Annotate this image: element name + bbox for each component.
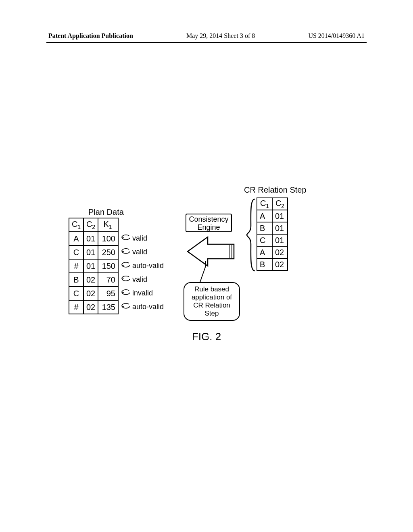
speech-bubble-icon [121, 289, 131, 298]
consistency-engine-box: Consistency Engine [186, 214, 232, 232]
speech-bubble-icon [121, 276, 131, 284]
header-center: May 29, 2014 Sheet 3 of 8 [186, 32, 255, 39]
plan-data-table: C1 C2 K1 A 01 100 valid C 01 250 valid #… [69, 218, 167, 314]
speech-bubble-icon [121, 262, 131, 270]
header-left: Patent Application Publication [48, 32, 133, 39]
cr-relation-table: C1 C2 A01 B01 C01 A02 B02 [257, 197, 288, 271]
col-c2-header: C2 [272, 198, 288, 210]
table-row: A 01 100 valid [69, 232, 167, 245]
left-arrow-icon [186, 235, 249, 268]
figure-caption: FIG. 2 [0, 330, 413, 343]
header-rule [46, 42, 367, 43]
status-cell: valid [118, 232, 167, 245]
status-cell: auto-valid [118, 300, 167, 314]
empty-cell [118, 218, 167, 232]
col-k1-header: K1 [98, 218, 118, 232]
table-row: A02 [257, 246, 288, 258]
table-row: C 01 250 valid [69, 245, 167, 259]
table-row: B 02 70 valid [69, 273, 167, 287]
col-c2-header: C2 [83, 218, 98, 232]
status-cell: valid [118, 245, 167, 259]
header-right: US 2014/0149360 A1 [308, 32, 365, 39]
speech-bubble-icon [121, 235, 131, 243]
col-c1-header: C1 [257, 198, 272, 210]
status-cell: valid [118, 273, 167, 287]
plan-data-title: Plan Data [88, 208, 124, 217]
col-c1-header: C1 [69, 218, 83, 232]
rule-callout-box: Rule based application of CR Relation St… [184, 282, 240, 321]
left-brace-icon [245, 197, 257, 272]
callout-leader-icon [198, 261, 211, 283]
table-row: # 01 150 auto-valid [69, 259, 167, 273]
table-header-row: C1 C2 [257, 198, 288, 210]
status-cell: invalid [118, 287, 167, 300]
speech-bubble-icon [121, 303, 131, 312]
table-row: C01 [257, 234, 288, 246]
table-row: B01 [257, 222, 288, 234]
table-header-row: C1 C2 K1 [69, 218, 167, 232]
speech-bubble-icon [121, 248, 131, 257]
table-row: # 02 135 auto-valid [69, 300, 167, 314]
table-row: A01 [257, 210, 288, 222]
page-header: Patent Application Publication May 29, 2… [48, 32, 365, 39]
table-row: C 02 95 invalid [69, 287, 167, 300]
table-row: B02 [257, 258, 288, 270]
cr-relation-title: CR Relation Step [244, 185, 307, 195]
status-cell: auto-valid [118, 259, 167, 273]
